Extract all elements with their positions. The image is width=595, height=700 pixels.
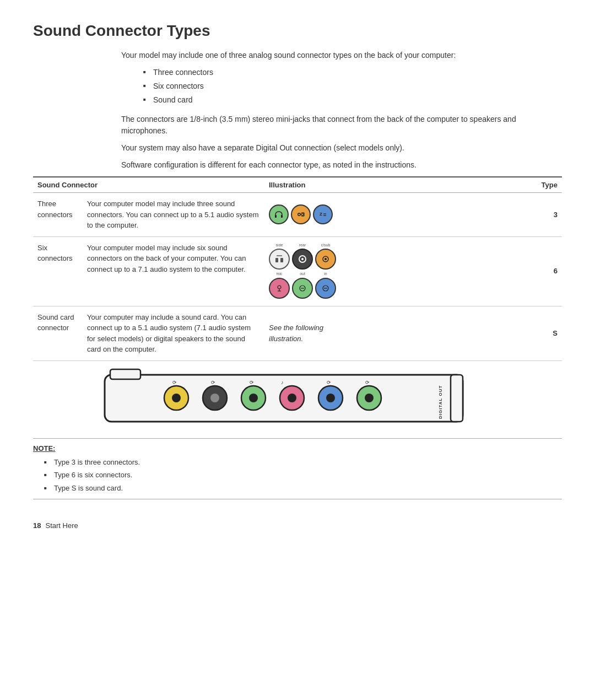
svg-text:Z: Z (320, 212, 322, 217)
row-six-desc: Your computer model may include six soun… (83, 236, 264, 306)
svg-rect-27 (451, 375, 463, 422)
svg-rect-0 (275, 215, 277, 218)
three-icon-green (269, 204, 289, 224)
six-icon-mic (269, 278, 290, 299)
six-icon-rear (292, 249, 313, 270)
six-icon-in (315, 278, 336, 299)
svg-text:⟳: ⟳ (365, 380, 370, 385)
col-type: Type (356, 177, 562, 193)
svg-point-3 (299, 214, 300, 216)
intro-paragraph: Your model may include one of three anal… (121, 50, 562, 61)
row-six-type: 6 (356, 236, 562, 306)
list-item-three: Three connectors (143, 67, 562, 78)
svg-point-17 (324, 258, 327, 260)
svg-rect-11 (275, 258, 278, 262)
connector-table: Sound Connector Illustration Type Threec… (33, 176, 562, 361)
svg-text:♪: ♪ (281, 380, 284, 385)
row-six-illustration: side rear c/sub (264, 236, 356, 306)
para2: Your system may also have a separate Dig… (121, 142, 562, 154)
footer-text: Start Here (45, 521, 78, 530)
note-item-2: Type 6 is six connectors. (44, 470, 562, 481)
three-icon-orange (291, 204, 311, 224)
table-row-soundcard: Sound cardconnector Your computer may in… (33, 306, 562, 360)
list-item-soundcard: Sound card (143, 94, 562, 106)
soundcard-illustration: ⟳ ⟳ ⟳ ♪ ⟳ ⟳ DIGITAL OUT (99, 367, 474, 433)
svg-point-29 (172, 394, 181, 402)
row-three-type: 3 (356, 193, 562, 237)
footer: 18 Start Here (33, 521, 562, 530)
svg-text:⟳: ⟳ (250, 380, 254, 385)
para3: Software configuration is different for … (121, 159, 562, 171)
svg-point-31 (210, 394, 219, 402)
note-section: NOTE: Type 3 is three connectors. Type 6… (33, 438, 562, 494)
three-icon-blue: Z (313, 204, 333, 224)
svg-rect-1 (281, 215, 283, 218)
col-illustration: Illustration (264, 177, 356, 193)
svg-rect-26 (110, 369, 140, 379)
svg-rect-12 (280, 258, 283, 262)
page-number: 18 (33, 521, 41, 530)
connector-type-list: Three connectors Six connectors Sound ca… (143, 67, 562, 106)
six-icon-side (269, 249, 290, 270)
note-bottom-rule (33, 499, 562, 499)
svg-text:DIGITAL OUT: DIGITAL OUT (438, 385, 443, 418)
row-three-illustration: Z (264, 193, 356, 237)
six-icon-out (292, 278, 313, 299)
row-sc-illus: See the following illustration. (264, 306, 356, 360)
six-icon-csub (315, 249, 336, 270)
col-sound-connector: Sound Connector (33, 177, 264, 193)
para1: The connectors are 1/8-inch (3.5 mm) ste… (121, 114, 562, 137)
svg-point-15 (301, 258, 304, 260)
page-title: Sound Connector Types (33, 22, 562, 40)
svg-point-33 (249, 394, 258, 402)
row-sc-name: Sound cardconnector (33, 306, 83, 360)
svg-point-18 (278, 286, 281, 289)
list-item-six: Six connectors (143, 80, 562, 92)
table-row-six: Sixconnectors Your computer model may in… (33, 236, 562, 306)
note-list: Type 3 is three connectors. Type 6 is si… (44, 457, 562, 494)
row-three-desc: Your computer model may include three so… (83, 193, 264, 237)
note-item-1: Type 3 is three connectors. (44, 457, 562, 468)
row-sc-desc: Your computer may include a sound card. … (83, 306, 264, 360)
row-three-name: Threeconnectors (33, 193, 83, 237)
row-sc-type: S (356, 306, 562, 360)
svg-point-37 (326, 394, 335, 402)
note-item-3: Type S is sound card. (44, 483, 562, 494)
svg-point-4 (301, 213, 304, 216)
row-six-name: Sixconnectors (33, 236, 83, 306)
table-row-three: Threeconnectors Your computer model may … (33, 193, 562, 237)
svg-text:⟳: ⟳ (172, 380, 177, 385)
svg-point-35 (288, 394, 296, 402)
svg-text:⟳: ⟳ (211, 380, 215, 385)
svg-text:⟳: ⟳ (327, 380, 331, 385)
note-label: NOTE: (33, 444, 562, 453)
svg-point-39 (365, 394, 374, 402)
